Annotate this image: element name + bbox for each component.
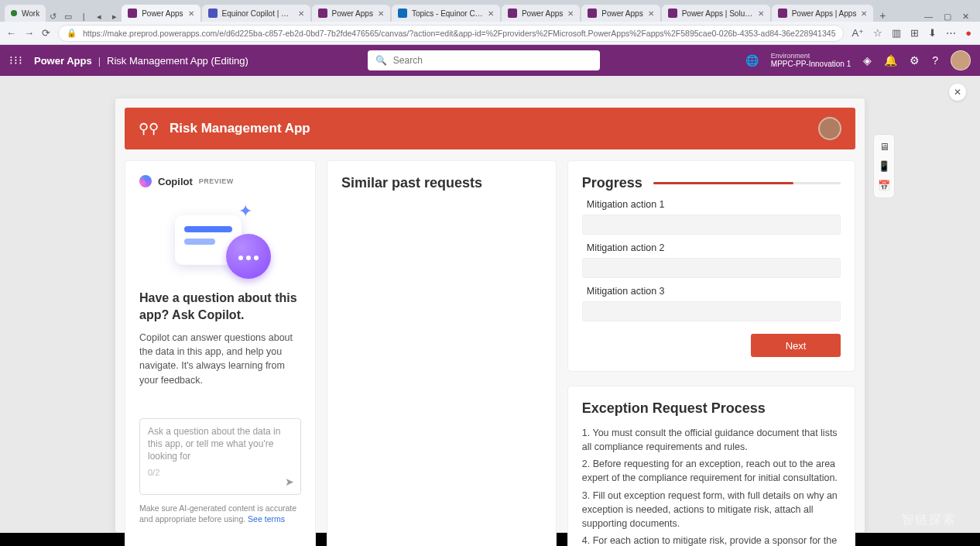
app-user-avatar[interactable]: [818, 117, 841, 140]
environment-icon[interactable]: 🌐: [745, 54, 759, 67]
browser-tab[interactable]: Topics - Equinor Copilot | Powe…✕: [392, 5, 500, 22]
nav-next-icon[interactable]: ▸: [109, 11, 120, 22]
browser-tab[interactable]: Power Apps✕: [502, 5, 580, 22]
copilot-terms-link[interactable]: See terms: [248, 514, 285, 524]
tab-close-icon[interactable]: ✕: [861, 9, 867, 18]
site-lock-icon: 🔒: [67, 28, 77, 38]
help-icon[interactable]: ?: [932, 54, 938, 67]
mitigation-input[interactable]: [582, 215, 841, 235]
window-maximize-icon[interactable]: ▢: [944, 12, 951, 22]
user-avatar[interactable]: [951, 50, 971, 70]
favorites-icon[interactable]: ☆: [873, 27, 882, 39]
copilot-heading: Have a question about this app? Ask Copi…: [139, 290, 301, 323]
device-phone-icon[interactable]: 📱: [878, 160, 890, 172]
window-minimize-icon[interactable]: —: [924, 12, 933, 22]
new-tab-button[interactable]: +: [875, 9, 890, 22]
canvas-area: ✕ 🖥 📱 📅 ⚲⚲ Risk Management App Copilot P…: [0, 76, 980, 533]
workspace-label: Work: [22, 9, 39, 18]
similar-requests-panel: Similar past requests: [327, 160, 557, 546]
browser-tab[interactable]: Power Apps✕: [581, 5, 660, 22]
tab-label: Power Apps: [522, 9, 563, 18]
history-icon[interactable]: ↺: [47, 11, 58, 22]
divider-icon: |: [78, 11, 89, 22]
address-row: ← → ⟳ 🔒 https://make.preprod.powerapps.c…: [0, 22, 980, 45]
downloads-icon[interactable]: ⬇: [928, 27, 937, 39]
window-close-icon[interactable]: ✕: [962, 12, 969, 22]
exception-step: 4. For each action to mitigate risk, pro…: [582, 534, 841, 546]
more-icon[interactable]: ⋯: [946, 27, 956, 39]
exception-heading: Exception Request Process: [582, 400, 841, 417]
environment-name: MPPC-PP-Innovation 1: [771, 60, 851, 68]
device-calendar-icon[interactable]: 📅: [878, 180, 890, 191]
copilot-send-icon[interactable]: ➤: [285, 475, 294, 489]
browser-tab[interactable]: Equinor Copilot | Microsoft Tea…✕: [202, 5, 310, 22]
back-button[interactable]: ←: [6, 27, 16, 39]
app-logo-icon: ⚲⚲: [139, 120, 159, 137]
collections-icon[interactable]: ▭: [63, 11, 74, 22]
copilot-input[interactable]: Ask a question about the data in this ap…: [139, 418, 301, 495]
settings-gear-icon[interactable]: ⚙: [910, 54, 920, 67]
browser-tab[interactable]: Power Apps | Apps✕: [772, 5, 874, 22]
profile-red-dot-icon[interactable]: ●: [965, 27, 971, 39]
extensions-icon[interactable]: ⊞: [910, 27, 919, 39]
browser-tab[interactable]: Power Apps | Solutions - Equin…✕: [662, 5, 770, 22]
tab-close-icon[interactable]: ✕: [298, 9, 304, 18]
read-aloud-icon[interactable]: A⁺: [852, 27, 864, 39]
right-column: Progress Mitigation action 1Mitigation a…: [567, 160, 855, 546]
window-controls: — ▢ ✕: [924, 12, 975, 22]
header-right: 🌐 Environment MPPC-PP-Innovation 1 ◈ 🔔 ⚙…: [745, 50, 971, 70]
address-bar[interactable]: 🔒 https://make.preprod.powerapps.com/e/d…: [58, 25, 844, 42]
copilot-name: Copilot: [158, 176, 193, 187]
tab-favicon-icon: [208, 9, 218, 18]
browser-chrome: Work ↺ ▭ | ◂ ▸ Power Apps✕Equinor Copilo…: [0, 0, 980, 45]
tab-close-icon[interactable]: ✕: [488, 9, 494, 18]
tab-close-icon[interactable]: ✕: [188, 9, 194, 18]
exception-steps: 1. You must consult the official guidanc…: [582, 426, 841, 546]
progress-panel: Progress Mitigation action 1Mitigation a…: [567, 160, 855, 372]
next-button[interactable]: Next: [751, 334, 841, 357]
tab-favicon-icon: [588, 9, 597, 18]
breadcrumb-separator: |: [98, 55, 101, 67]
forward-button[interactable]: →: [24, 27, 34, 39]
product-name[interactable]: Power Apps: [34, 55, 92, 67]
environment-label: Environment: [771, 53, 851, 60]
sparkle-icon: ✦: [238, 201, 252, 221]
environment-picker[interactable]: Environment MPPC-PP-Innovation 1: [771, 53, 851, 69]
notifications-icon[interactable]: 🔔: [884, 54, 897, 67]
tab-close-icon[interactable]: ✕: [648, 9, 654, 18]
tab-favicon-icon: [398, 9, 407, 18]
mitigation-input[interactable]: [582, 301, 841, 321]
exception-step: 2. Before requesting for an exception, r…: [582, 457, 841, 485]
app-title: Risk Management App: [170, 121, 310, 136]
tab-close-icon[interactable]: ✕: [567, 9, 574, 18]
breadcrumb-app[interactable]: Risk Management App (Editing): [107, 55, 248, 67]
tab-label: Equinor Copilot | Microsoft Tea…: [222, 9, 293, 18]
refresh-button[interactable]: ⟳: [42, 27, 50, 39]
tab-close-icon[interactable]: ✕: [758, 9, 764, 18]
copilot-preview-badge: PREVIEW: [199, 177, 234, 185]
exception-step: 1. You must consult the official guidanc…: [582, 426, 841, 454]
watermark-text: 智链探索: [901, 512, 957, 528]
tab-favicon-icon: [668, 9, 677, 18]
mitigation-label: Mitigation action 1: [587, 199, 841, 210]
url-text: https://make.preprod.powerapps.com/e/d6d…: [83, 29, 835, 38]
collections-btn-icon[interactable]: ▥: [892, 27, 901, 39]
mitigation-input[interactable]: [582, 258, 841, 278]
tab-close-icon[interactable]: ✕: [378, 9, 384, 18]
exception-panel: Exception Request Process 1. You must co…: [567, 386, 855, 546]
global-search[interactable]: 🔍 Search: [368, 50, 600, 70]
nav-prev-icon[interactable]: ◂: [94, 11, 105, 22]
copilot-footer: Make sure AI-generated content is accura…: [139, 503, 301, 524]
mitigation-label: Mitigation action 3: [587, 286, 841, 297]
app-launcher-icon[interactable]: ⁝⁝⁝: [9, 53, 23, 67]
browser-tab[interactable]: Power Apps✕: [122, 5, 200, 22]
browser-tab[interactable]: Power Apps✕: [312, 5, 390, 22]
copilot-logo-icon: [139, 175, 152, 187]
workspace-chip[interactable]: Work: [5, 5, 46, 22]
diamond-icon[interactable]: ◈: [863, 54, 872, 67]
app-banner: ⚲⚲ Risk Management App: [125, 108, 855, 149]
preview-close-button[interactable]: ✕: [949, 84, 966, 101]
device-desktop-icon[interactable]: 🖥: [879, 141, 889, 153]
copilot-body: Copilot can answer questions about the d…: [139, 331, 301, 387]
breadcrumb: Power Apps | Risk Management App (Editin…: [34, 55, 248, 67]
